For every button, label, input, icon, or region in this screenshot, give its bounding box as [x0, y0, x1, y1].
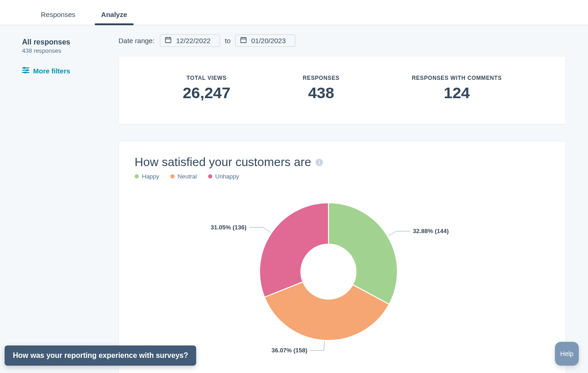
calendar-icon: [240, 37, 247, 45]
leader-line: [310, 341, 324, 351]
legend-neutral[interactable]: Neutral: [170, 173, 197, 180]
slice-label-unhappy: 31.05% (136): [211, 224, 247, 231]
leader-line: [389, 231, 410, 236]
calendar-icon: [165, 37, 171, 45]
stat-responses: RESPONSES 438: [303, 75, 339, 102]
stat-value: 26,247: [183, 84, 231, 102]
donut-slice-happy[interactable]: [328, 203, 397, 304]
slice-label-neutral: 36.07% (158): [271, 347, 307, 354]
tab-bar: Responses Analyze: [0, 0, 588, 25]
date-to-input[interactable]: 01/20/2023: [235, 34, 295, 47]
legend-label: Neutral: [178, 173, 197, 180]
all-responses-title: All responses: [22, 38, 119, 46]
legend-dot-icon: [170, 174, 175, 178]
chart-title: How satisfied your customers are: [135, 155, 311, 169]
chart-title-row: How satisfied your customers are i: [135, 155, 550, 169]
satisfaction-chart-card: How satisfied your customers are i Happy…: [119, 141, 566, 373]
help-button[interactable]: Help: [555, 342, 579, 366]
chart-legend: Happy Neutral Unhappy: [135, 173, 550, 180]
filters-icon: [22, 67, 29, 75]
donut-slice-unhappy[interactable]: [260, 203, 328, 297]
slice-label-happy: 32.88% (144): [413, 228, 449, 234]
stat-label: TOTAL VIEWS: [183, 75, 231, 81]
stats-card: TOTAL VIEWS 26,247 RESPONSES 438 RESPONS…: [119, 56, 566, 124]
svg-rect-10: [241, 38, 246, 43]
svg-rect-6: [165, 38, 171, 43]
stat-responses-comments: RESPONSES WITH COMMENTS 124: [412, 75, 502, 102]
stat-label: RESPONSES: [303, 75, 339, 81]
stat-value: 438: [303, 84, 339, 102]
legend-label: Happy: [142, 173, 159, 180]
more-filters-label: More filters: [33, 67, 70, 75]
legend-dot-icon: [135, 174, 139, 178]
legend-label: Unhappy: [215, 173, 239, 180]
legend-dot-icon: [208, 174, 212, 178]
date-range-row: Date range: 12/22/2022 to 01/20/2023: [119, 34, 566, 47]
svg-point-3: [27, 70, 28, 71]
svg-point-5: [25, 72, 26, 73]
info-icon[interactable]: i: [316, 159, 323, 166]
tab-analyze[interactable]: Analyze: [95, 3, 134, 25]
stat-total-views: TOTAL VIEWS 26,247: [183, 75, 231, 102]
more-filters-link[interactable]: More filters: [22, 67, 119, 75]
svg-point-1: [24, 67, 25, 69]
legend-happy[interactable]: Happy: [135, 173, 159, 180]
date-range-label: Date range:: [119, 37, 154, 45]
legend-unhappy[interactable]: Unhappy: [208, 173, 239, 180]
tab-responses[interactable]: Responses: [34, 3, 82, 25]
date-from-value: 12/22/2022: [176, 37, 210, 45]
sidebar: All responses 438 responses More filters: [22, 34, 119, 373]
stat-label: RESPONSES WITH COMMENTS: [412, 75, 502, 81]
donut-chart: 32.88% (144)36.07% (158)31.05% (136): [135, 184, 550, 359]
date-to-value: 01/20/2023: [251, 37, 286, 45]
date-to-label: to: [225, 37, 231, 45]
main-content: Date range: 12/22/2022 to 01/20/2023 TOT…: [119, 34, 566, 373]
date-from-input[interactable]: 12/22/2022: [160, 34, 220, 47]
leader-line: [249, 228, 271, 233]
feedback-prompt[interactable]: How was your reporting experience with s…: [5, 345, 196, 366]
stat-value: 124: [412, 84, 502, 102]
all-responses-count: 438 responses: [22, 47, 119, 54]
